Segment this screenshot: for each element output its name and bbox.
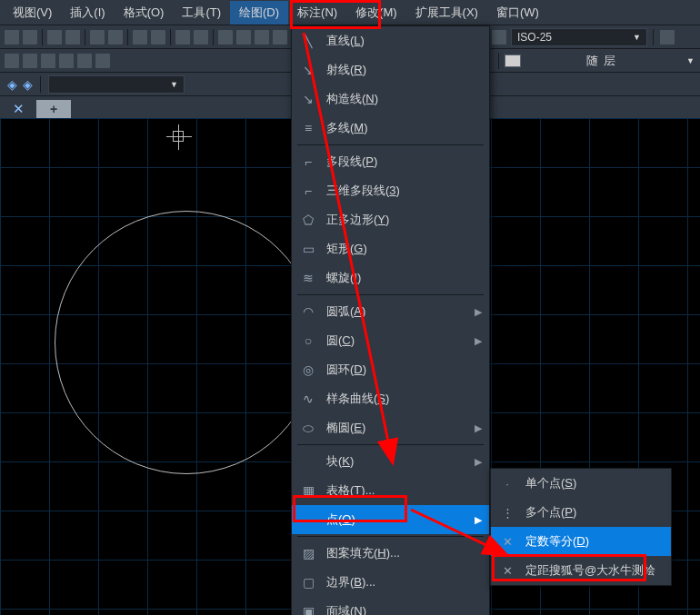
menu-item[interactable]: ○圆(C)▶	[292, 326, 489, 355]
tool-icon[interactable]	[255, 30, 269, 45]
item-label: 圆(C)	[326, 332, 355, 349]
menu-item[interactable]: ▭矩形(G)	[292, 234, 489, 263]
menu-item[interactable]: ↘构造线(N)	[292, 84, 489, 114]
separator	[498, 53, 499, 69]
menu-item[interactable]: ◠圆弧(A)▶	[292, 297, 489, 326]
menu-item[interactable]: ▢边界(B)...	[292, 568, 489, 597]
separator	[85, 29, 85, 45]
menu-item[interactable]: ≡多线(M)	[292, 114, 489, 143]
item-label: 矩形(G)	[326, 241, 367, 257]
chevron-down-icon: ▼	[633, 33, 641, 42]
menu-item[interactable]: ↘射线(R)	[292, 55, 489, 84]
menu-item[interactable]: ╲直线(L)	[292, 26, 489, 55]
item-icon: ⌐	[299, 153, 317, 171]
item-label: 面域(N)	[326, 603, 366, 615]
item-icon: ·	[299, 511, 317, 529]
tool-icon[interactable]	[175, 30, 190, 45]
item-icon: ≋	[299, 269, 317, 287]
tool-icon[interactable]	[5, 30, 19, 45]
submenu-item[interactable]: ⋮多个点(P)	[491, 498, 671, 527]
close-tab-button[interactable]: ✕	[0, 100, 36, 118]
menu-item[interactable]: ▦表格(T)...	[292, 476, 489, 505]
item-label: 边界(B)...	[326, 574, 375, 590]
menu-item[interactable]: ◎圆环(D)	[292, 355, 489, 384]
submenu-item[interactable]: ✕定距搜狐号@大水牛测绘	[491, 556, 671, 585]
tool-icon[interactable]	[108, 30, 123, 45]
tool-icon[interactable]	[23, 54, 37, 68]
menu-item[interactable]: ▨图案填充(H)...	[292, 539, 489, 568]
menu-item[interactable]: ▣面域(N)	[292, 597, 489, 615]
tool-icon[interactable]	[23, 30, 37, 45]
tool-icon[interactable]	[151, 30, 165, 45]
diamond-icon[interactable]: ◈	[7, 77, 17, 92]
menu-item[interactable]: ⬭椭圆(E)▶	[292, 413, 489, 442]
tool-icon[interactable]	[47, 30, 62, 45]
tool-icon[interactable]	[218, 30, 233, 45]
chevron-down-icon: ▼	[170, 80, 178, 89]
tool-icon[interactable]	[41, 54, 55, 68]
menu-view[interactable]: 视图(V)	[4, 1, 61, 25]
menu-item[interactable]: ∿样条曲线(S)	[292, 384, 489, 413]
tool-icon[interactable]	[660, 30, 675, 45]
drawing-circle	[55, 211, 318, 474]
layer-swatch[interactable]	[505, 55, 521, 67]
menu-separator	[297, 536, 484, 537]
item-label: 样条曲线(S)	[326, 391, 389, 407]
menu-item[interactable]: ⌐三维多段线(3)	[292, 176, 489, 205]
menu-item[interactable]: ·点(O)▶	[292, 505, 489, 534]
item-icon: ◎	[299, 361, 317, 379]
menu-insert[interactable]: 插入(I)	[61, 1, 114, 25]
diamond-icon[interactable]: ◈	[23, 77, 33, 92]
menu-separator	[297, 144, 484, 145]
submenu-item[interactable]: ·单个点(S)	[491, 469, 671, 498]
dimstyle-dropdown[interactable]: ISO-25 ▼	[511, 28, 647, 46]
tool-icon[interactable]	[95, 54, 110, 68]
item-label: 块(K)	[326, 453, 354, 470]
item-label: 多段线(P)	[326, 154, 377, 170]
item-label: 椭圆(E)	[326, 420, 365, 436]
menu-dimension[interactable]: 标注(N)	[288, 1, 346, 25]
menu-format[interactable]: 格式(O)	[115, 1, 174, 25]
dimension-style-row: ISO-25 ▼	[491, 25, 700, 49]
crosshair-cursor	[173, 131, 184, 142]
tool-icon[interactable]	[90, 30, 105, 45]
submenu-arrow-icon: ▶	[475, 306, 482, 318]
new-tab-button[interactable]: +	[36, 100, 71, 118]
separator	[653, 29, 654, 45]
menu-item[interactable]: ⌐多段线(P)	[292, 147, 489, 176]
layer-dropdown[interactable]: ▼	[48, 75, 185, 94]
menu-window[interactable]: 窗口(W)	[487, 1, 548, 25]
item-icon: ⬭	[299, 419, 317, 437]
submenu-arrow-icon: ▶	[475, 335, 482, 347]
tool-icon[interactable]	[77, 54, 92, 68]
menu-modify[interactable]: 修改(M)	[346, 1, 406, 25]
menu-extensions[interactable]: 扩展工具(X)	[406, 1, 487, 25]
item-icon: ⋮	[498, 503, 516, 521]
menu-item[interactable]: 块(K)▶	[292, 447, 489, 476]
menu-draw[interactable]: 绘图(D)	[230, 1, 288, 25]
item-icon: ✕	[498, 532, 516, 551]
tool-icon[interactable]	[236, 30, 251, 45]
menu-separator	[297, 444, 484, 445]
separator	[170, 29, 171, 45]
tool-icon[interactable]	[5, 54, 19, 68]
menu-item[interactable]: ⬠正多边形(Y)	[292, 205, 489, 234]
item-label: 直线(L)	[326, 33, 365, 49]
item-icon: ▦	[299, 481, 317, 500]
submenu-item[interactable]: ✕定数等分(D)	[491, 527, 671, 556]
menu-bar: 视图(V) 插入(I) 格式(O) 工具(T) 绘图(D) 标注(N) 修改(M…	[0, 0, 700, 25]
tool-icon[interactable]	[59, 54, 74, 68]
item-label: 正多边形(Y)	[326, 212, 389, 228]
menu-tools[interactable]: 工具(T)	[173, 1, 230, 25]
tool-icon[interactable]	[65, 30, 80, 45]
separator	[127, 29, 128, 45]
draw-menu: ╲直线(L)↘射线(R)↘构造线(N)≡多线(M)⌐多段线(P)⌐三维多段线(3…	[291, 25, 490, 615]
menu-item[interactable]: ≋螺旋(I)	[292, 263, 489, 293]
tool-icon[interactable]	[194, 30, 208, 45]
item-label: 三维多段线(3)	[326, 183, 400, 199]
dim-icon[interactable]	[492, 30, 506, 45]
item-icon: ○	[299, 332, 317, 350]
item-label: 多线(M)	[326, 120, 368, 136]
tool-icon[interactable]	[273, 30, 287, 45]
tool-icon[interactable]	[133, 30, 147, 45]
